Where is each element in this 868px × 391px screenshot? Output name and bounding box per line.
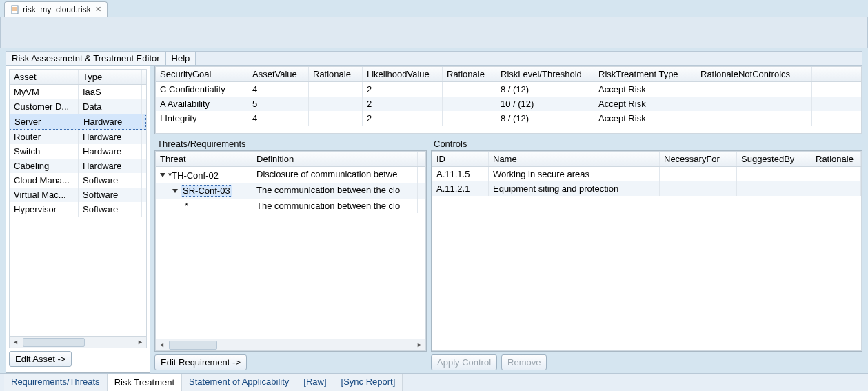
table-row[interactable]: RouterHardware (10, 130, 146, 144)
asset-cell: Router (10, 130, 79, 144)
edit-requirement-button[interactable]: Edit Requirement -> (154, 354, 247, 370)
remove-control-button[interactable]: Remove (501, 354, 547, 370)
file-icon (10, 5, 20, 14)
threats-col-definition[interactable]: Definition (252, 152, 418, 166)
goals-col[interactable]: AssetValue (248, 67, 309, 81)
table-row[interactable]: I Integrity428 / (12)Accept Risk (156, 111, 861, 126)
asset-cell: Cloud Mana... (10, 173, 79, 188)
expand-icon[interactable] (160, 173, 165, 177)
assets-col-type[interactable]: Type (79, 70, 142, 84)
tab-requirements-threats[interactable]: Requirements/Threats (4, 374, 108, 391)
type-cell: Hardware (79, 130, 142, 144)
type-cell: Data (79, 99, 142, 114)
bottom-tabs: Requirements/ThreatsRisk TreatmentStatem… (0, 373, 868, 391)
controls-col[interactable]: SuggestedBy (737, 152, 811, 166)
scroll-left-icon[interactable]: ◄ (156, 340, 168, 350)
file-tab[interactable]: risk_my_cloud.risk ✕ (4, 1, 108, 17)
table-row[interactable]: A.11.2.1Equipment siting and protection (432, 181, 861, 196)
type-cell: Hardware (79, 159, 142, 173)
table-row[interactable]: CabelingHardware (10, 159, 146, 173)
goals-col[interactable]: Rationale (309, 67, 363, 81)
tab-statement-of-applicability[interactable]: Statement of Applicability (182, 374, 296, 391)
table-row[interactable]: ServerHardware (10, 114, 146, 130)
goals-col[interactable]: Rationale (443, 67, 496, 81)
table-row[interactable]: Cloud Mana...Software (10, 173, 146, 188)
menu-help[interactable]: Help (166, 52, 196, 65)
goals-col[interactable]: RiskTreatment Type (594, 67, 696, 81)
edit-asset-button[interactable]: Edit Asset -> (9, 351, 72, 367)
type-cell: Hardware (79, 144, 142, 159)
asset-cell: Hypervisor (10, 202, 79, 217)
svg-rect-0 (12, 6, 18, 14)
asset-cell: Customer D... (10, 99, 79, 114)
table-row[interactable]: A.11.1.5Working in secure areas (432, 167, 861, 181)
asset-cell: MyVM (10, 85, 79, 99)
scroll-thumb[interactable] (169, 341, 217, 350)
type-cell: IaaS (79, 85, 142, 99)
goals-col[interactable]: SecurityGoal (156, 67, 248, 81)
controls-col[interactable]: Rationale (811, 152, 861, 166)
file-tab-label: risk_my_cloud.risk (23, 5, 91, 14)
table-row[interactable]: MyVMIaaS (10, 85, 146, 99)
asset-cell: Switch (10, 144, 79, 159)
type-cell: Software (79, 188, 142, 202)
scroll-thumb[interactable] (23, 338, 85, 347)
threats-table[interactable]: Threat Definition *TH-Conf-02Disclosure … (155, 151, 426, 351)
asset-cell: Cabeling (10, 159, 79, 173)
scroll-right-icon[interactable]: ► (134, 337, 146, 348)
table-row[interactable]: SR-Conf-03The communication between the … (156, 183, 425, 199)
goals-col[interactable]: RationaleNotControlcs (696, 67, 812, 81)
controls-col[interactable]: NecessaryFor (660, 152, 737, 166)
controls-col[interactable]: Name (489, 152, 660, 166)
table-row[interactable]: SwitchHardware (10, 144, 146, 159)
expand-icon[interactable] (172, 189, 178, 193)
asset-cell: Virtual Mac... (10, 188, 79, 202)
tab--raw-[interactable]: [Raw] (296, 374, 334, 391)
menu-risk-assessment[interactable]: Risk Assessmetnt & Treatment Editor (6, 52, 166, 65)
tab--sync-report-[interactable]: [Sync Report] (334, 374, 403, 391)
scroll-right-icon[interactable]: ► (414, 340, 425, 350)
goals-table[interactable]: SecurityGoalAssetValueRationaleLikelihoo… (155, 66, 862, 134)
goals-col[interactable]: LikelihoodValue (363, 67, 443, 81)
threats-hscroll[interactable]: ◄ ► (156, 339, 425, 350)
threats-title: Threats/Requirements (154, 137, 427, 150)
tab-risk-treatment[interactable]: Risk Treatment (108, 374, 182, 391)
type-cell: Software (79, 173, 142, 188)
controls-col[interactable]: ID (432, 152, 489, 166)
scroll-left-icon[interactable]: ◄ (10, 337, 21, 348)
table-row[interactable]: A Availability5210 / (12)Accept Risk (156, 97, 861, 111)
table-row[interactable]: Virtual Mac...Software (10, 188, 146, 202)
controls-table[interactable]: IDNameNecessaryForSuggestedByRationale A… (432, 151, 862, 351)
apply-control-button[interactable]: Apply Control (431, 354, 497, 370)
table-row[interactable]: HypervisorSoftware (10, 202, 146, 217)
threats-col-threat[interactable]: Threat (156, 152, 252, 166)
controls-title: Controls (431, 137, 862, 150)
table-row[interactable]: *The communication between the clo (156, 199, 425, 213)
type-cell: Software (79, 202, 142, 217)
assets-table[interactable]: Asset Type MyVMIaaSCustomer D...DataServ… (9, 69, 147, 348)
type-cell: Hardware (79, 114, 143, 129)
table-row[interactable]: *TH-Conf-02Disclosure of communication b… (156, 167, 425, 183)
asset-cell: Server (10, 114, 79, 129)
assets-hscroll[interactable]: ◄ ► (10, 336, 146, 348)
close-icon[interactable]: ✕ (95, 5, 101, 14)
assets-col-asset[interactable]: Asset (10, 70, 79, 84)
table-row[interactable]: Customer D...Data (10, 99, 146, 114)
table-row[interactable]: C Confidentiality428 / (12)Accept Risk (156, 82, 861, 97)
goals-col[interactable]: RiskLevel/Threshold (496, 67, 594, 81)
